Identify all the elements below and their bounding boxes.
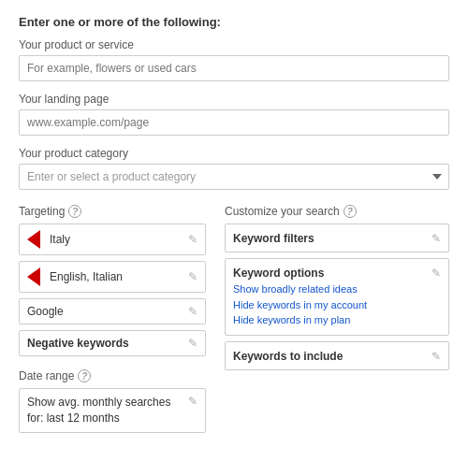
edit-icon-keyword-filters[interactable]: ✎ [431, 232, 441, 245]
date-range-section: Date range ? Show avg. monthly searches … [19, 369, 206, 433]
customize-section: Customize your search ? Keyword filters … [225, 205, 449, 433]
edit-icon-google[interactable]: ✎ [188, 305, 197, 318]
landing-label: Your landing page [19, 93, 449, 106]
keywords-to-include-title: Keywords to include [233, 350, 343, 363]
form-header: Enter one or more of the following: [19, 15, 449, 29]
two-col-layout: Targeting ? Italy ✎ English, Italian ✎ G… [19, 205, 449, 433]
date-range-help-icon[interactable]: ? [78, 369, 91, 382]
product-label: Your product or service [19, 38, 449, 51]
customize-item-keyword-options[interactable]: Keyword options ✎ Show broadly related i… [225, 258, 449, 336]
targeting-help-icon[interactable]: ? [68, 205, 81, 218]
italy-with-arrow: Italy [27, 230, 70, 249]
edit-icon-negative-keywords[interactable]: ✎ [188, 337, 197, 350]
broadly-related-link[interactable]: Show broadly related ideas [233, 281, 441, 297]
product-input[interactable] [19, 55, 449, 81]
targeting-item-negative-keywords[interactable]: Negative keywords ✎ [19, 330, 206, 356]
keyword-options-subtitles: Show broadly related ideas Hide keywords… [233, 281, 441, 328]
targeting-item-google[interactable]: Google ✎ [19, 298, 206, 325]
edit-icon-language[interactable]: ✎ [188, 270, 197, 283]
category-select[interactable]: Enter or select a product category [19, 164, 449, 190]
italy-label: Italy [50, 233, 70, 246]
targeting-heading: Targeting ? [19, 205, 206, 218]
negative-keywords-label: Negative keywords [27, 337, 129, 350]
customize-help-icon[interactable]: ? [344, 205, 357, 218]
language-with-arrow: English, Italian [27, 267, 123, 286]
date-range-text: Show avg. monthly searches for: last 12 … [27, 395, 170, 426]
date-range-box[interactable]: Show avg. monthly searches for: last 12 … [19, 388, 206, 433]
language-label: English, Italian [50, 270, 123, 283]
customize-item-keyword-filters[interactable]: Keyword filters ✎ [225, 224, 449, 252]
google-label: Google [27, 305, 64, 318]
product-field-group: Your product or service [19, 38, 449, 93]
hide-account-link[interactable]: Hide keywords in my account [233, 297, 441, 313]
red-arrow-icon-2 [27, 267, 40, 286]
targeting-item-italy[interactable]: Italy ✎ [19, 224, 206, 255]
customize-heading: Customize your search ? [225, 205, 449, 218]
edit-icon-date-range[interactable]: ✎ [188, 395, 197, 408]
keyword-options-title: Keyword options [233, 267, 324, 280]
targeting-section: Targeting ? Italy ✎ English, Italian ✎ G… [19, 205, 206, 433]
targeting-item-language[interactable]: English, Italian ✎ [19, 261, 206, 293]
edit-icon-keyword-options[interactable]: ✎ [431, 267, 441, 280]
date-range-heading: Date range ? [19, 369, 206, 382]
keyword-filters-title: Keyword filters [233, 232, 314, 245]
edit-icon-keywords-to-include[interactable]: ✎ [431, 350, 441, 363]
landing-field-group: Your landing page [19, 93, 449, 147]
red-arrow-icon [27, 230, 40, 249]
category-field-group: Your product category Enter or select a … [19, 147, 449, 190]
section-title: Enter one or more of the following: [19, 15, 449, 29]
edit-icon-italy[interactable]: ✎ [188, 233, 197, 246]
hide-plan-link[interactable]: Hide keywords in my plan [233, 312, 441, 328]
category-select-wrapper: Enter or select a product category [19, 164, 449, 190]
landing-input[interactable] [19, 109, 449, 136]
category-label: Your product category [19, 147, 449, 160]
customize-item-keywords-to-include[interactable]: Keywords to include ✎ [225, 341, 449, 370]
